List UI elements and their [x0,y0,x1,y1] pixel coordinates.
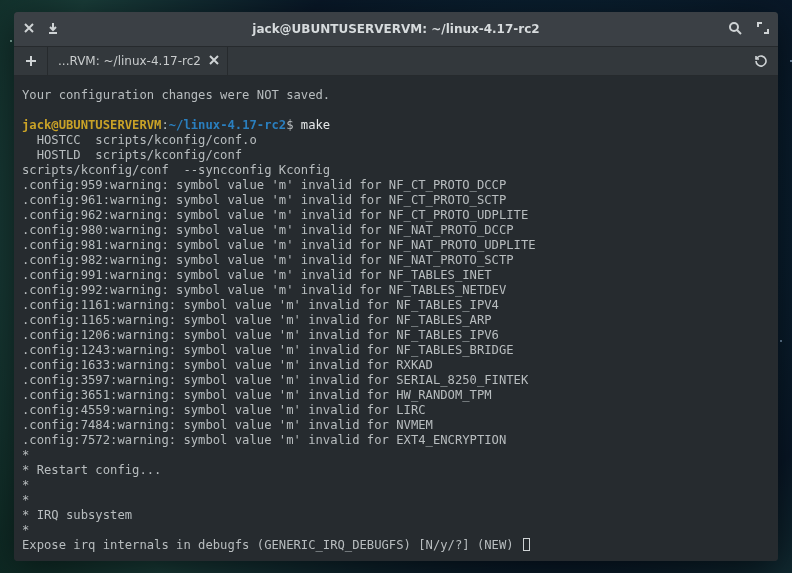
terminal-cursor [523,538,530,551]
new-tab-button[interactable] [14,47,48,75]
history-icon[interactable] [744,54,778,68]
search-icon[interactable] [728,21,742,38]
close-icon[interactable] [22,21,36,38]
svg-point-0 [730,23,738,31]
terminal-output[interactable]: Your configuration changes were NOT save… [14,76,778,561]
tab-terminal[interactable]: ...RVM: ~/linux-4.17-rc2 [48,47,228,75]
fullscreen-icon[interactable] [756,21,770,38]
window-title: jack@UBUNTUSERVERVM: ~/linux-4.17-rc2 [82,22,710,36]
download-icon[interactable] [46,21,60,38]
terminal-window: jack@UBUNTUSERVERVM: ~/linux-4.17-rc2 ..… [14,12,778,561]
close-tab-icon[interactable] [209,54,219,68]
titlebar[interactable]: jack@UBUNTUSERVERVM: ~/linux-4.17-rc2 [14,12,778,46]
tab-bar: ...RVM: ~/linux-4.17-rc2 [14,46,778,76]
tab-label: ...RVM: ~/linux-4.17-rc2 [58,54,201,68]
